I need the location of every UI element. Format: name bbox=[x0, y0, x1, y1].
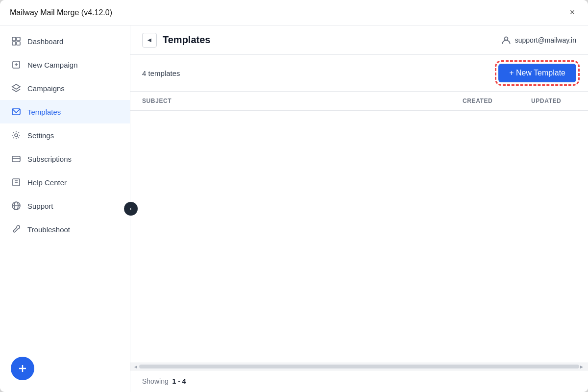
user-email: support@mailway.in bbox=[515, 36, 576, 44]
gear-icon bbox=[11, 130, 22, 141]
col-header-subject: SUBJECT bbox=[130, 92, 451, 111]
sidebar-item-help-center[interactable]: Help Center bbox=[0, 171, 130, 194]
sidebar-item-new-campaign[interactable]: New Campaign bbox=[0, 53, 130, 76]
user-icon bbox=[501, 35, 511, 45]
page-title: Templates bbox=[163, 34, 210, 46]
sidebar-label-support: Support bbox=[27, 202, 53, 210]
sidebar-label-settings: Settings bbox=[27, 131, 54, 140]
table-container: SUBJECT CREATED UPDATED bbox=[130, 92, 588, 363]
content-area: ◄ Templates support@mailway.in 4 templat… bbox=[130, 25, 588, 392]
svg-rect-10 bbox=[12, 156, 20, 162]
col-header-updated: UPDATED bbox=[519, 92, 588, 111]
sidebar-label-new-campaign: New Campaign bbox=[27, 61, 78, 69]
sidebar-label-dashboard: Dashboard bbox=[27, 37, 63, 46]
header-right: support@mailway.in bbox=[501, 35, 576, 45]
showing-label: Showing bbox=[142, 377, 169, 385]
svg-rect-0 bbox=[12, 37, 16, 41]
card-icon bbox=[11, 153, 22, 164]
svg-marker-7 bbox=[12, 84, 20, 89]
new-campaign-icon bbox=[11, 59, 22, 70]
close-button[interactable]: × bbox=[566, 7, 578, 19]
svg-rect-2 bbox=[12, 42, 16, 45]
main-layout: Dashboard New Campaign bbox=[0, 25, 588, 392]
toolbar-row: 4 templates + New Template bbox=[130, 55, 588, 92]
scroll-left-arrow[interactable]: ◄ bbox=[133, 364, 139, 369]
sidebar-item-support[interactable]: Support bbox=[0, 194, 130, 218]
sidebar-item-campaigns[interactable]: Campaigns bbox=[0, 76, 130, 100]
sidebar-item-settings[interactable]: Settings bbox=[0, 123, 130, 147]
header-left: ◄ Templates bbox=[142, 33, 210, 48]
new-template-button[interactable]: + New Template bbox=[498, 64, 576, 82]
sidebar-item-templates[interactable]: Templates bbox=[0, 100, 130, 123]
title-bar: Mailway Mail Merge (v4.12.0) × bbox=[0, 0, 588, 25]
sidebar-collapse-button[interactable]: ‹ bbox=[124, 202, 138, 216]
back-button[interactable]: ◄ bbox=[142, 33, 157, 48]
showing-range: 1 - 4 bbox=[172, 377, 186, 385]
templates-count: 4 templates bbox=[142, 69, 180, 77]
globe-icon bbox=[11, 200, 22, 211]
fab-button[interactable] bbox=[11, 357, 34, 380]
sidebar-label-troubleshoot: Troubleshoot bbox=[27, 225, 70, 234]
content-header: ◄ Templates support@mailway.in bbox=[130, 25, 588, 55]
templates-table: SUBJECT CREATED UPDATED bbox=[130, 92, 588, 111]
app-window: Mailway Mail Merge (v4.12.0) × Dashboard bbox=[0, 0, 588, 392]
pagination-row: Showing 1 - 4 bbox=[130, 370, 588, 392]
mail-icon bbox=[11, 106, 22, 117]
sidebar: Dashboard New Campaign bbox=[0, 25, 130, 392]
book-icon bbox=[11, 177, 22, 188]
scroll-track[interactable] bbox=[139, 365, 579, 368]
horizontal-scrollbar[interactable]: ◄ ► bbox=[130, 363, 588, 370]
svg-rect-3 bbox=[17, 42, 20, 45]
sidebar-label-templates: Templates bbox=[27, 108, 61, 116]
sidebar-label-campaigns: Campaigns bbox=[27, 84, 65, 93]
table-header-row: SUBJECT CREATED UPDATED bbox=[130, 92, 588, 111]
sidebar-bottom bbox=[0, 349, 130, 388]
svg-point-19 bbox=[504, 37, 508, 40]
window-title: Mailway Mail Merge (v4.12.0) bbox=[10, 8, 112, 17]
svg-point-9 bbox=[15, 134, 18, 137]
scroll-right-arrow[interactable]: ► bbox=[579, 364, 585, 369]
sidebar-item-dashboard[interactable]: Dashboard bbox=[0, 29, 130, 53]
sidebar-label-help-center: Help Center bbox=[27, 178, 67, 187]
layers-icon bbox=[11, 83, 22, 94]
svg-rect-1 bbox=[17, 37, 20, 41]
grid-icon bbox=[11, 36, 22, 47]
wrench-icon bbox=[11, 224, 22, 235]
sidebar-item-subscriptions[interactable]: Subscriptions bbox=[0, 147, 130, 171]
sidebar-item-troubleshoot[interactable]: Troubleshoot bbox=[0, 218, 130, 241]
col-header-created: CREATED bbox=[451, 92, 519, 111]
sidebar-label-subscriptions: Subscriptions bbox=[27, 155, 72, 163]
